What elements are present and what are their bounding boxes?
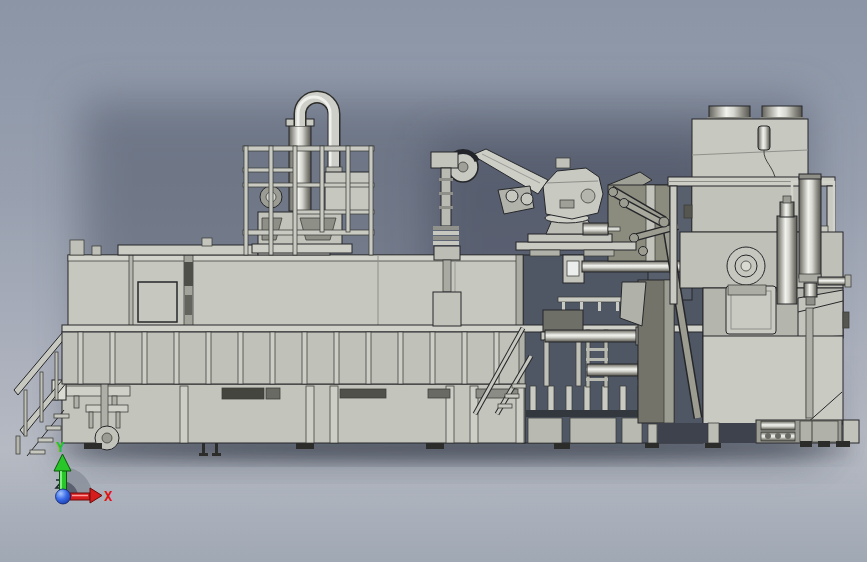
dark-box [543,310,583,332]
model-view[interactable]: Y X [0,0,867,562]
plunger-rod [545,330,638,342]
chute [620,282,646,326]
x-axis-label: X [104,488,113,504]
origin-ball[interactable] [56,489,71,504]
y-axis-label: Y [56,439,65,455]
cad-viewport[interactable]: Y X [0,0,867,562]
